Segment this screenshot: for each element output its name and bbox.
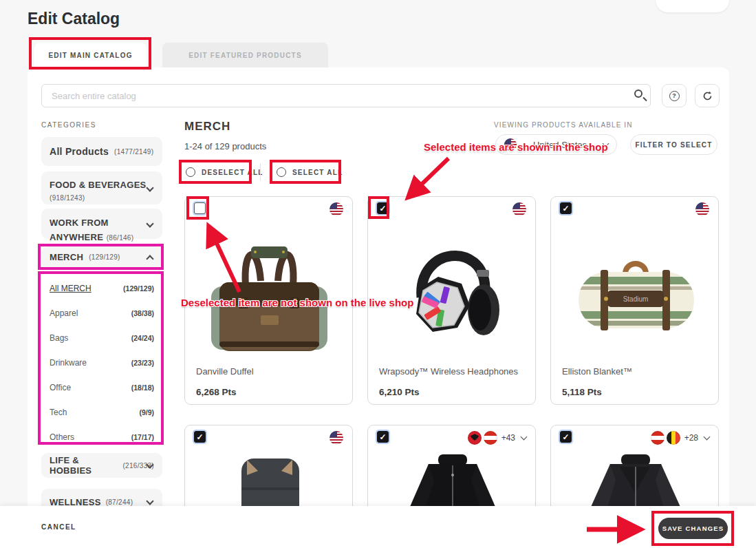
category-label: MERCH [50, 252, 83, 262]
subcategory-others[interactable]: Others (17/17) [50, 425, 154, 450]
product-checkbox[interactable]: ✓ [194, 431, 206, 443]
radio-icon [186, 167, 195, 177]
subcategory-bags[interactable]: Bags (24/24) [50, 326, 154, 350]
product-checkbox[interactable] [194, 202, 206, 214]
sidebar-item-life-hobbies[interactable]: LIFE & HOBBIES (216/333) [41, 453, 162, 478]
subcategory-apparel[interactable]: Apparel (38/38) [50, 301, 154, 326]
select-all-button[interactable]: SELECT ALL [277, 165, 343, 180]
blanket-brand-label: Stadium [623, 295, 649, 303]
sidebar-item-merch[interactable]: MERCH (129/129) [41, 246, 162, 268]
product-checkbox[interactable]: ✓ [377, 431, 389, 443]
chevron-down-icon [146, 497, 153, 505]
deselect-all-button[interactable]: DESELECT ALL [186, 165, 263, 180]
us-flag-icon [695, 202, 709, 216]
subcategory-drinkware[interactable]: Drinkware (23/23) [50, 350, 154, 375]
product-image-elliston-blanket: Stadium [570, 233, 700, 359]
select-all-label: SELECT ALL [292, 169, 343, 176]
product-checkbox[interactable]: ✓ [560, 202, 572, 214]
footer-bar: CANCEL SAVE CHANGES [0, 506, 756, 548]
us-flag-icon [330, 431, 343, 445]
deselect-all-label: DESELECT ALL [202, 169, 263, 176]
category-label: FOOD & BEVERAGES [50, 180, 147, 190]
category-label: WORK FROM ANYWHERE [50, 218, 109, 242]
tab-label: EDIT MAIN CATALOG [48, 52, 132, 59]
refresh-icon [702, 91, 713, 101]
search-wrap [41, 84, 651, 107]
subcategory-label: Drinkware [50, 358, 87, 368]
subcategory-count: (17/17) [131, 433, 154, 441]
more-countries-count: +43 [501, 433, 515, 443]
tab-edit-main-catalog[interactable]: EDIT MAIN CATALOG [34, 43, 147, 68]
subcategory-tech[interactable]: Tech (9/9) [50, 400, 154, 425]
edit-catalog-page: NEW IN SHOP Edit Catalog EDIT MAIN CATAL… [0, 0, 756, 548]
product-points: 5,118 Pts [562, 387, 602, 397]
help-icon: ? [669, 91, 680, 101]
product-image-danville-duffel [204, 233, 334, 359]
flag-row: +43 [468, 431, 526, 445]
country-name: United States [522, 140, 598, 150]
tab-edit-featured-products[interactable]: EDIT FEATURED PRODUCTS [162, 43, 328, 68]
subcategory-count: (18/18) [131, 383, 154, 392]
subcategory-office[interactable]: Office (18/18) [50, 375, 154, 400]
us-flag-icon [512, 202, 526, 216]
sidebar-item-food-beverages[interactable]: FOOD & BEVERAGES (918/1243) [41, 171, 162, 204]
check-icon: ✓ [379, 432, 386, 442]
search-icon[interactable] [634, 89, 642, 98]
product-image-wrapsody-headphones [387, 233, 517, 359]
austria-flag-icon [484, 431, 497, 445]
radio-icon [277, 167, 286, 177]
chevron-down-icon[interactable] [704, 434, 711, 441]
product-card-danville-duffel[interactable]: Danville Duffel 6,268 Pts [184, 196, 353, 405]
filter-to-select-button[interactable]: FILTER TO SELECT [630, 134, 717, 155]
page-title: Edit Catalog [28, 10, 120, 28]
chevron-down-icon[interactable] [521, 434, 528, 441]
subcategory-count: (129/129) [123, 284, 154, 293]
product-checkbox[interactable]: ✓ [560, 431, 572, 443]
category-count: (918/1243) [50, 194, 85, 202]
check-icon: ✓ [379, 204, 386, 213]
category-label: All Products [50, 146, 109, 157]
subcategory-label: All MERCH [50, 284, 91, 293]
more-countries-count: +28 [684, 433, 698, 443]
product-card-elliston-blanket[interactable]: ✓ Stadium Elliston Blanket™ [550, 196, 719, 405]
subcategory-all-merch[interactable]: All MERCH (129/129) [50, 276, 154, 301]
product-name: Danville Duffel [196, 366, 344, 377]
austria-flag-icon [651, 431, 665, 445]
chevron-down-icon [146, 184, 153, 191]
albania-flag-icon [468, 431, 482, 445]
country-dropdown[interactable]: United States [495, 134, 617, 155]
check-icon: ✓ [196, 432, 203, 442]
merch-subcategory-list: All MERCH (129/129) Apparel (38/38) Bags… [41, 273, 162, 452]
tab-label: EDIT FEATURED PRODUCTS [188, 52, 302, 59]
category-count: (1477/2149) [114, 148, 153, 156]
sidebar-item-all-products[interactable]: All Products (1477/2149) [41, 137, 162, 166]
category-count: (129/129) [89, 253, 120, 261]
save-changes-button[interactable]: SAVE CHANGES [658, 518, 728, 539]
us-flag-icon [504, 138, 517, 151]
search-input[interactable] [41, 84, 651, 107]
filter-label: FILTER TO SELECT [635, 141, 712, 149]
subcategory-count: (38/38) [131, 309, 154, 317]
category-count: (86/146) [107, 234, 134, 242]
product-name: Elliston Blanket™ [562, 366, 710, 377]
us-flag-icon [330, 202, 343, 216]
product-card-wrapsody-headphones[interactable]: ✓ Wrapsody™ Wireless Headphones [367, 196, 536, 405]
viewing-products-label: VIEWING PRODUCTS AVAILABLE IN [494, 121, 633, 129]
cancel-button[interactable]: CANCEL [41, 523, 76, 531]
product-points: 6,210 Pts [379, 387, 420, 397]
divider [260, 163, 261, 181]
subcategory-count: (24/24) [131, 334, 154, 342]
check-icon: ✓ [562, 204, 569, 213]
subcategory-count: (9/9) [139, 408, 154, 417]
sidebar-item-work-from-anywhere[interactable]: WORK FROM ANYWHERE (86/146) [41, 209, 162, 239]
new-in-shop-button[interactable]: NEW IN SHOP [656, 0, 729, 12]
flag-row: +28 [651, 431, 709, 445]
categories-heading: CATEGORIES [41, 121, 96, 129]
help-button[interactable]: ? [662, 84, 687, 107]
subcategory-label: Tech [50, 408, 67, 417]
refresh-button[interactable] [695, 84, 720, 107]
product-checkbox[interactable]: ✓ [377, 202, 389, 214]
product-name: Wrapsody™ Wireless Headphones [379, 366, 527, 377]
category-count: (87/244) [106, 498, 133, 506]
check-icon: ✓ [562, 432, 569, 442]
